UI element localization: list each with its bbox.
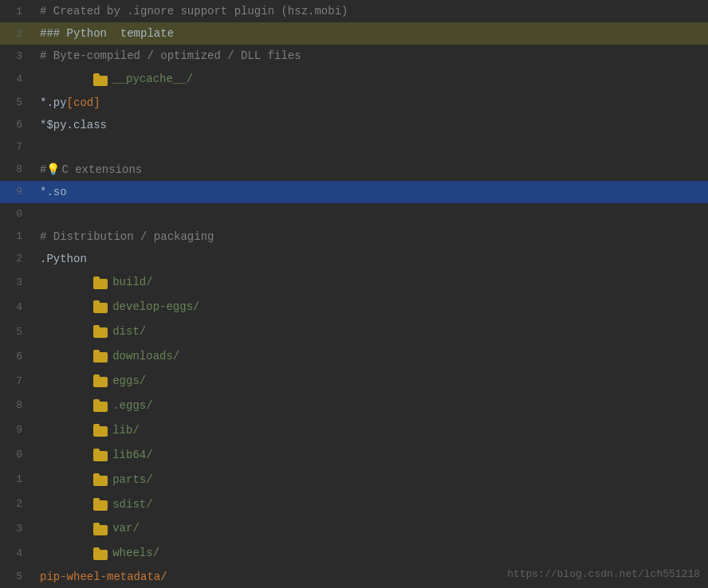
line-number-6: 6: [0, 119, 32, 131]
line-number-17: 7: [0, 375, 32, 387]
folder-icon-4: [93, 73, 109, 86]
folder-icon-24: [93, 547, 109, 560]
url-overlay: https://blog.csdn.net/lch551218: [507, 568, 700, 580]
line-4: 4 __pycache__/: [0, 67, 708, 92]
line-5: 5 *.py[cod]: [0, 92, 708, 114]
line-number-9: 9: [0, 186, 32, 198]
folder-icon-18: [93, 399, 109, 412]
line-11: 1 # Distribution / packaging: [0, 225, 708, 248]
line-number-14: 4: [0, 301, 32, 313]
editor: 1 # Created by .ignore support plugin (h…: [0, 0, 708, 588]
line-24: 4 wheels/: [0, 541, 708, 566]
line-number-21: 1: [0, 473, 32, 485]
line-10: 0: [0, 203, 708, 225]
line-number-24: 4: [0, 547, 32, 559]
line-number-4: 4: [0, 73, 32, 85]
line-content-6: *$py.class: [32, 119, 708, 131]
folder-icon-23: [93, 523, 109, 535]
line-content-2: ### Python template: [32, 27, 708, 40]
bulb-icon: 💡: [46, 163, 60, 176]
line-number-19: 9: [0, 424, 32, 436]
line-8: 8 #💡C extensions: [0, 159, 708, 181]
line-number-3: 3: [0, 50, 32, 62]
code-area: 1 # Created by .ignore support plugin (h…: [0, 0, 708, 588]
line-number-16: 6: [0, 351, 32, 363]
line-7: 7: [0, 136, 708, 159]
line-number-13: 3: [0, 276, 32, 288]
folder-icon-15: [93, 325, 109, 338]
folder-icon-13: [93, 276, 109, 289]
line-1: 1 # Created by .ignore support plugin (h…: [0, 0, 708, 22]
line-number-2: 2: [0, 28, 32, 40]
folder-icon-22: [93, 498, 109, 511]
line-content-8: #💡C extensions: [32, 163, 708, 176]
line-number-20: 0: [0, 449, 32, 461]
line-number-11: 1: [0, 230, 32, 242]
line-number-22: 2: [0, 498, 32, 510]
line-number-25: 5: [0, 570, 32, 582]
line-content-1: # Created by .ignore support plugin (hsz…: [32, 5, 708, 18]
line-content-11: # Distribution / packaging: [32, 230, 708, 243]
line-number-15: 5: [0, 326, 32, 338]
folder-icon-14: [93, 300, 109, 313]
folder-icon-19: [93, 424, 109, 437]
line-content-5: *.py[cod]: [32, 96, 708, 109]
line-content-9: *.so: [32, 186, 708, 198]
line-number-1: 1: [0, 6, 32, 18]
folder-icon-20: [93, 449, 109, 461]
line-number-7: 7: [0, 141, 32, 153]
folder-icon-16: [93, 350, 109, 363]
line-number-5: 5: [0, 96, 32, 108]
line-number-18: 8: [0, 399, 32, 411]
folder-icon-21: [93, 473, 109, 486]
line-number-10: 0: [0, 208, 32, 220]
folder-icon-17: [93, 374, 109, 387]
line-9: 9 *.so: [0, 181, 708, 203]
line-number-23: 3: [0, 523, 32, 535]
line-number-8: 8: [0, 163, 32, 175]
line-6: 6 *$py.class: [0, 114, 708, 136]
line-number-12: 2: [0, 253, 32, 265]
line-2: 2 ### Python template: [0, 22, 708, 45]
